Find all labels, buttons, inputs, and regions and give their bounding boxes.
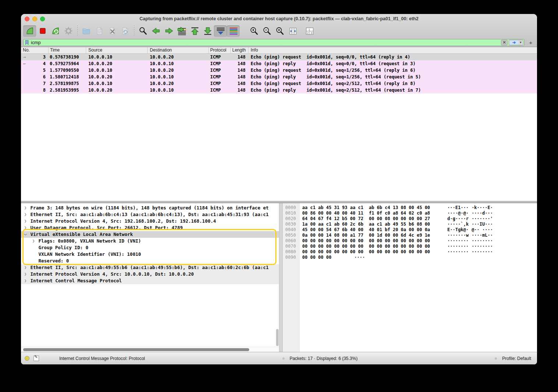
hex-row[interactable]: 002064 04 67 f4 12 b5 00 7200 00 08 00 0… <box>283 216 537 222</box>
hex-row[interactable]: 004045 00 00 54 67 6b 40 0040 01 bf 20 0… <box>283 227 537 233</box>
auto-scroll-button[interactable] <box>214 25 227 37</box>
packet-row[interactable]: 72.57819987510.0.0.1010.0.0.20ICMP148Ech… <box>21 80 537 87</box>
detail-tree-row[interactable]: ❯ Internet Protocol Version 4, Src: 192.… <box>21 218 279 225</box>
hex-offset: 0000 <box>283 205 300 211</box>
hex-row[interactable]: 0000aa c1 ab 45 31 93 aa c1ab 6b c4 13 0… <box>283 205 537 211</box>
hex-bytes-right: 00 00 00 00 00 00 00 00 <box>369 238 430 244</box>
chevron-right-icon[interactable]: ❯ <box>23 211 28 218</box>
packet-rows: →30.57673819010.0.0.1010.0.0.20ICMP148Ec… <box>21 54 537 93</box>
open-file-button[interactable] <box>80 25 93 37</box>
save-file-button[interactable]: 010101100011 <box>93 25 106 37</box>
packet-direction-arrow-icon <box>21 67 31 74</box>
packet-info: Echo (ping) reply id=0x001d, seq=2/512, … <box>248 87 537 93</box>
details-vertical-scroll-thumb[interactable] <box>276 329 279 346</box>
hex-row[interactable]: 00301a 00 aa c1 ab 60 2c 6baa c1 ab 49 5… <box>283 222 537 227</box>
restart-capture-button[interactable] <box>49 25 62 37</box>
go-back-button[interactable] <box>149 25 162 37</box>
detail-tree-row[interactable]: ❯ Ethernet II, Src: aa:c1:ab:49:55:b6 (a… <box>21 264 279 271</box>
hex-row[interactable]: 00500a 00 00 14 08 00 a1 7700 1d 00 00 6… <box>283 233 537 238</box>
reload-file-button[interactable] <box>119 25 131 37</box>
column-header-info[interactable]: Info <box>248 47 537 53</box>
status-profile[interactable]: Profile: Default <box>502 356 531 361</box>
filter-text[interactable]: icmp <box>29 40 500 45</box>
packet-row[interactable]: 61.58071241810.0.0.2010.0.0.10ICMP148Ech… <box>21 74 537 80</box>
zoom-in-button[interactable] <box>248 25 261 37</box>
column-header-destination[interactable]: Destination <box>148 47 209 53</box>
packet-source: 10.0.0.20 <box>86 74 148 80</box>
hex-row[interactable]: 008000 00 00 00 00 00 00 0000 00 00 00 0… <box>283 249 537 255</box>
layout-button[interactable]: 1 2 3 <box>303 25 316 37</box>
detail-tree-row[interactable]: ❯ Virtual eXtensible Local Area Network <box>21 231 279 238</box>
chevron-right-icon[interactable]: ❯ <box>23 218 28 225</box>
packet-destination: 10.0.0.10 <box>148 60 209 67</box>
column-header-time[interactable]: Time <box>49 47 86 53</box>
apply-filter-icon[interactable]: ➔ <box>510 40 519 45</box>
filter-dropdown-caret-icon[interactable]: ▼ <box>519 41 523 44</box>
zoom-reset-button[interactable] <box>273 25 286 37</box>
detail-tree-row[interactable]: ❯ User Datagram Protocol, Src Port: 2661… <box>21 225 279 231</box>
close-file-button[interactable] <box>106 25 119 37</box>
ascii-left: ········ <box>447 244 469 249</box>
go-to-top-button[interactable] <box>188 25 201 37</box>
details-horizontal-scroll-thumb[interactable] <box>23 348 249 351</box>
chevron-right-icon[interactable]: ❯ <box>23 225 28 231</box>
capture-options-icon <box>64 27 73 35</box>
details-horizontal-scrollbar[interactable] <box>21 347 279 352</box>
hex-row[interactable]: 009000 00 00 00···· <box>283 255 537 260</box>
go-to-bottom-button[interactable] <box>201 25 214 37</box>
chevron-right-icon[interactable]: ❯ <box>23 278 28 284</box>
go-to-packet-button[interactable] <box>175 25 188 37</box>
column-header-protocol[interactable]: Protocol <box>209 47 231 53</box>
close-file-icon <box>108 27 117 35</box>
packet-row[interactable]: ←40.57927596410.0.0.2010.0.0.10ICMP148Ec… <box>21 60 537 67</box>
clear-filter-button[interactable]: ✕ <box>501 40 508 45</box>
title-bar[interactable]: Capturing from packetflix:// remote clus… <box>21 14 537 24</box>
bookmark-icon[interactable] <box>25 40 29 45</box>
detail-tree-row[interactable]: ❯ Internet Control Message Protocol <box>21 278 279 284</box>
chevron-right-icon[interactable]: ❯ <box>31 238 36 244</box>
chevron-down-icon[interactable]: ❯ <box>22 232 29 237</box>
detail-row-text: Virtual eXtensible Local Area Network <box>28 231 133 238</box>
expert-info-icon[interactable] <box>25 356 29 361</box>
colorize-button[interactable] <box>227 25 240 37</box>
find-packet-button[interactable] <box>137 25 149 37</box>
zoom-out-button[interactable] <box>261 25 273 37</box>
detail-tree-row[interactable]: VXLAN Network Identifier (VNI): 10010 <box>21 251 279 258</box>
detail-tree-row[interactable]: ❯ Frame 3: 148 bytes on wire (1184 bits)… <box>21 205 279 211</box>
detail-tree-row[interactable]: Reserved: 0 <box>21 258 279 264</box>
chevron-right-icon[interactable]: ❯ <box>23 205 28 211</box>
detail-tree-row[interactable]: Group Policy ID: 0 <box>21 244 279 251</box>
column-header-length[interactable]: Length <box>231 47 248 53</box>
start-capture-button[interactable] <box>23 25 36 37</box>
stop-capture-button[interactable] <box>36 25 49 37</box>
hex-row[interactable]: 007000 00 00 00 00 00 00 0000 00 00 00 0… <box>283 244 537 249</box>
hex-bytes-right: 00 00 00 00 00 00 00 00 <box>369 244 430 249</box>
display-filter-input[interactable]: icmp ✕ ➔ ▼ <box>23 39 525 46</box>
detail-tree-row[interactable]: ❯ Internet Protocol Version 4, Src: 10.0… <box>21 271 279 278</box>
detail-row-text: Ethernet II, Src: aa:c1:ab:6b:c4:13 (aa:… <box>28 211 269 218</box>
packet-row[interactable]: 82.58195399510.0.0.2010.0.0.10ICMP148Ech… <box>21 87 537 93</box>
capture-comment-icon[interactable]: ✎ <box>33 356 39 361</box>
packet-row[interactable]: 51.57709055010.0.0.1010.0.0.20ICMP148Ech… <box>21 67 537 74</box>
pane-splitter-vertical[interactable] <box>279 203 283 352</box>
colorize-icon <box>229 27 238 36</box>
chevron-right-icon[interactable]: ❯ <box>23 264 28 271</box>
chevron-right-icon[interactable]: ❯ <box>23 271 28 278</box>
hex-row[interactable]: 001000 86 00 00 40 00 40 11f1 0f c0 a8 6… <box>283 211 537 216</box>
resize-columns-button[interactable] <box>286 25 299 37</box>
detail-tree-row[interactable]: ❯ Flags: 0x0800, VXLAN Network ID (VNI) <box>21 238 279 244</box>
detail-tree-row[interactable]: ❯ Ethernet II, Src: aa:c1:ab:6b:c4:13 (a… <box>21 211 279 218</box>
ascii-left: ···· <box>354 255 365 260</box>
column-header-source[interactable]: Source <box>86 47 148 53</box>
wireshark-window: Capturing from packetflix:// remote clus… <box>21 14 537 364</box>
go-forward-button[interactable] <box>162 25 175 37</box>
hex-row[interactable]: 006000 00 00 00 00 00 00 0000 00 00 00 0… <box>283 238 537 244</box>
add-filter-button[interactable]: + <box>527 39 535 46</box>
ascii-right: ········ <box>472 244 493 249</box>
apply-filter-group[interactable]: ➔ ▼ <box>509 40 523 45</box>
restart-capture-icon <box>51 27 60 35</box>
capture-options-button[interactable] <box>62 25 75 37</box>
ascii-left: ········ <box>447 249 469 255</box>
packet-row[interactable]: →30.57673819010.0.0.1010.0.0.20ICMP148Ec… <box>21 54 537 60</box>
column-header-no[interactable]: No. <box>21 47 49 53</box>
